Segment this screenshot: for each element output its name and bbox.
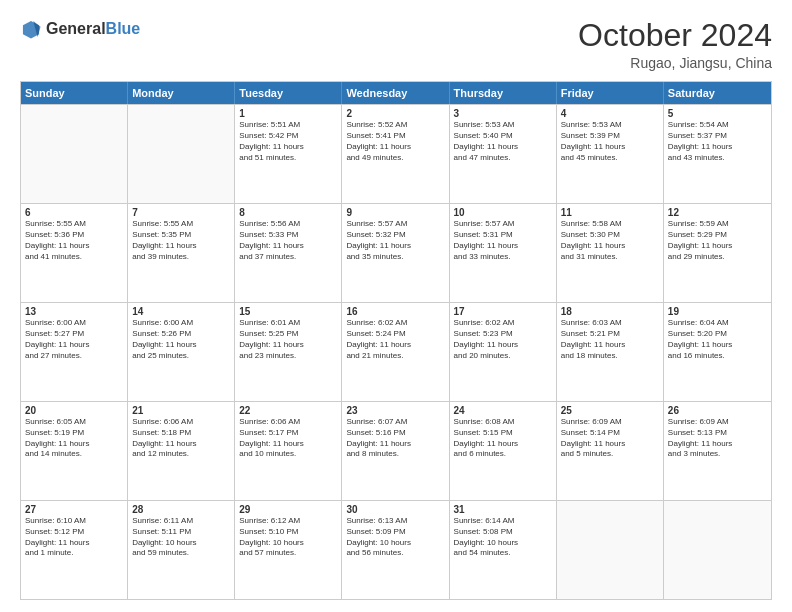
calendar-cell: 25Sunrise: 6:09 AMSunset: 5:14 PMDayligh… <box>557 402 664 500</box>
cell-content: Sunrise: 5:57 AMSunset: 5:31 PMDaylight:… <box>454 219 552 262</box>
calendar-cell <box>21 105 128 203</box>
cell-content: Sunrise: 6:02 AMSunset: 5:24 PMDaylight:… <box>346 318 444 361</box>
calendar-cell: 23Sunrise: 6:07 AMSunset: 5:16 PMDayligh… <box>342 402 449 500</box>
cell-content: Sunrise: 6:14 AMSunset: 5:08 PMDaylight:… <box>454 516 552 559</box>
calendar-header-wednesday: Wednesday <box>342 82 449 104</box>
calendar-cell: 7Sunrise: 5:55 AMSunset: 5:35 PMDaylight… <box>128 204 235 302</box>
calendar-header-sunday: Sunday <box>21 82 128 104</box>
calendar-cell: 30Sunrise: 6:13 AMSunset: 5:09 PMDayligh… <box>342 501 449 599</box>
logo-general: General <box>46 20 106 38</box>
day-number: 2 <box>346 108 444 119</box>
cell-content: Sunrise: 6:13 AMSunset: 5:09 PMDaylight:… <box>346 516 444 559</box>
calendar-body: 1Sunrise: 5:51 AMSunset: 5:42 PMDaylight… <box>21 104 771 599</box>
month-title: October 2024 <box>578 18 772 53</box>
cell-content: Sunrise: 6:10 AMSunset: 5:12 PMDaylight:… <box>25 516 123 559</box>
day-number: 25 <box>561 405 659 416</box>
day-number: 28 <box>132 504 230 515</box>
cell-content: Sunrise: 6:11 AMSunset: 5:11 PMDaylight:… <box>132 516 230 559</box>
cell-content: Sunrise: 5:56 AMSunset: 5:33 PMDaylight:… <box>239 219 337 262</box>
day-number: 20 <box>25 405 123 416</box>
day-number: 1 <box>239 108 337 119</box>
calendar-header-friday: Friday <box>557 82 664 104</box>
cell-content: Sunrise: 6:00 AMSunset: 5:27 PMDaylight:… <box>25 318 123 361</box>
calendar-cell: 22Sunrise: 6:06 AMSunset: 5:17 PMDayligh… <box>235 402 342 500</box>
calendar-cell: 20Sunrise: 6:05 AMSunset: 5:19 PMDayligh… <box>21 402 128 500</box>
title-section: October 2024 Rugao, Jiangsu, China <box>578 18 772 71</box>
calendar-row-4: 27Sunrise: 6:10 AMSunset: 5:12 PMDayligh… <box>21 500 771 599</box>
day-number: 6 <box>25 207 123 218</box>
calendar-cell <box>664 501 771 599</box>
cell-content: Sunrise: 6:06 AMSunset: 5:18 PMDaylight:… <box>132 417 230 460</box>
day-number: 18 <box>561 306 659 317</box>
cell-content: Sunrise: 5:52 AMSunset: 5:41 PMDaylight:… <box>346 120 444 163</box>
cell-content: Sunrise: 6:09 AMSunset: 5:13 PMDaylight:… <box>668 417 767 460</box>
calendar: SundayMondayTuesdayWednesdayThursdayFrid… <box>20 81 772 600</box>
logo: General Blue <box>20 18 140 40</box>
cell-content: Sunrise: 6:02 AMSunset: 5:23 PMDaylight:… <box>454 318 552 361</box>
cell-content: Sunrise: 5:54 AMSunset: 5:37 PMDaylight:… <box>668 120 767 163</box>
calendar-cell: 9Sunrise: 5:57 AMSunset: 5:32 PMDaylight… <box>342 204 449 302</box>
calendar-cell <box>557 501 664 599</box>
cell-content: Sunrise: 5:55 AMSunset: 5:36 PMDaylight:… <box>25 219 123 262</box>
day-number: 13 <box>25 306 123 317</box>
calendar-cell: 13Sunrise: 6:00 AMSunset: 5:27 PMDayligh… <box>21 303 128 401</box>
cell-content: Sunrise: 5:53 AMSunset: 5:39 PMDaylight:… <box>561 120 659 163</box>
cell-content: Sunrise: 6:00 AMSunset: 5:26 PMDaylight:… <box>132 318 230 361</box>
day-number: 30 <box>346 504 444 515</box>
calendar-cell <box>128 105 235 203</box>
day-number: 17 <box>454 306 552 317</box>
cell-content: Sunrise: 6:01 AMSunset: 5:25 PMDaylight:… <box>239 318 337 361</box>
calendar-cell: 19Sunrise: 6:04 AMSunset: 5:20 PMDayligh… <box>664 303 771 401</box>
calendar-cell: 24Sunrise: 6:08 AMSunset: 5:15 PMDayligh… <box>450 402 557 500</box>
calendar-cell: 11Sunrise: 5:58 AMSunset: 5:30 PMDayligh… <box>557 204 664 302</box>
calendar-cell: 16Sunrise: 6:02 AMSunset: 5:24 PMDayligh… <box>342 303 449 401</box>
calendar-cell: 17Sunrise: 6:02 AMSunset: 5:23 PMDayligh… <box>450 303 557 401</box>
cell-content: Sunrise: 5:59 AMSunset: 5:29 PMDaylight:… <box>668 219 767 262</box>
day-number: 31 <box>454 504 552 515</box>
calendar-cell: 1Sunrise: 5:51 AMSunset: 5:42 PMDaylight… <box>235 105 342 203</box>
calendar-row-0: 1Sunrise: 5:51 AMSunset: 5:42 PMDaylight… <box>21 104 771 203</box>
day-number: 4 <box>561 108 659 119</box>
calendar-cell: 12Sunrise: 5:59 AMSunset: 5:29 PMDayligh… <box>664 204 771 302</box>
cell-content: Sunrise: 5:58 AMSunset: 5:30 PMDaylight:… <box>561 219 659 262</box>
location: Rugao, Jiangsu, China <box>578 55 772 71</box>
day-number: 24 <box>454 405 552 416</box>
calendar-cell: 31Sunrise: 6:14 AMSunset: 5:08 PMDayligh… <box>450 501 557 599</box>
calendar-cell: 26Sunrise: 6:09 AMSunset: 5:13 PMDayligh… <box>664 402 771 500</box>
calendar-cell: 5Sunrise: 5:54 AMSunset: 5:37 PMDaylight… <box>664 105 771 203</box>
day-number: 9 <box>346 207 444 218</box>
day-number: 15 <box>239 306 337 317</box>
day-number: 21 <box>132 405 230 416</box>
calendar-row-1: 6Sunrise: 5:55 AMSunset: 5:36 PMDaylight… <box>21 203 771 302</box>
logo-blue: Blue <box>106 20 141 38</box>
cell-content: Sunrise: 6:12 AMSunset: 5:10 PMDaylight:… <box>239 516 337 559</box>
cell-content: Sunrise: 6:07 AMSunset: 5:16 PMDaylight:… <box>346 417 444 460</box>
day-number: 5 <box>668 108 767 119</box>
cell-content: Sunrise: 5:57 AMSunset: 5:32 PMDaylight:… <box>346 219 444 262</box>
cell-content: Sunrise: 6:05 AMSunset: 5:19 PMDaylight:… <box>25 417 123 460</box>
cell-content: Sunrise: 6:03 AMSunset: 5:21 PMDaylight:… <box>561 318 659 361</box>
day-number: 19 <box>668 306 767 317</box>
cell-content: Sunrise: 6:08 AMSunset: 5:15 PMDaylight:… <box>454 417 552 460</box>
calendar-cell: 10Sunrise: 5:57 AMSunset: 5:31 PMDayligh… <box>450 204 557 302</box>
day-number: 26 <box>668 405 767 416</box>
day-number: 27 <box>25 504 123 515</box>
calendar-cell: 18Sunrise: 6:03 AMSunset: 5:21 PMDayligh… <box>557 303 664 401</box>
calendar-header: SundayMondayTuesdayWednesdayThursdayFrid… <box>21 82 771 104</box>
calendar-header-saturday: Saturday <box>664 82 771 104</box>
day-number: 29 <box>239 504 337 515</box>
day-number: 3 <box>454 108 552 119</box>
calendar-cell: 29Sunrise: 6:12 AMSunset: 5:10 PMDayligh… <box>235 501 342 599</box>
calendar-cell: 8Sunrise: 5:56 AMSunset: 5:33 PMDaylight… <box>235 204 342 302</box>
calendar-row-2: 13Sunrise: 6:00 AMSunset: 5:27 PMDayligh… <box>21 302 771 401</box>
day-number: 7 <box>132 207 230 218</box>
cell-content: Sunrise: 5:53 AMSunset: 5:40 PMDaylight:… <box>454 120 552 163</box>
calendar-cell: 14Sunrise: 6:00 AMSunset: 5:26 PMDayligh… <box>128 303 235 401</box>
cell-content: Sunrise: 6:04 AMSunset: 5:20 PMDaylight:… <box>668 318 767 361</box>
calendar-row-3: 20Sunrise: 6:05 AMSunset: 5:19 PMDayligh… <box>21 401 771 500</box>
day-number: 14 <box>132 306 230 317</box>
calendar-cell: 15Sunrise: 6:01 AMSunset: 5:25 PMDayligh… <box>235 303 342 401</box>
cell-content: Sunrise: 6:06 AMSunset: 5:17 PMDaylight:… <box>239 417 337 460</box>
calendar-cell: 27Sunrise: 6:10 AMSunset: 5:12 PMDayligh… <box>21 501 128 599</box>
calendar-cell: 6Sunrise: 5:55 AMSunset: 5:36 PMDaylight… <box>21 204 128 302</box>
